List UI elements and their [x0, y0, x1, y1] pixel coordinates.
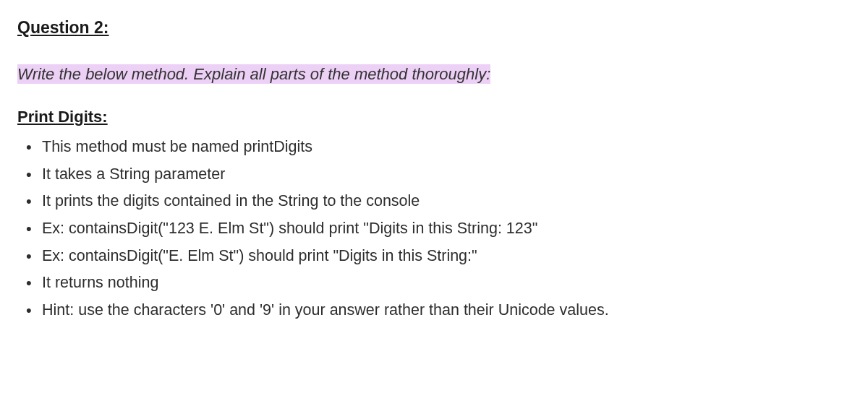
list-item: It prints the digits contained in the St…: [22, 188, 851, 215]
bullet-list: This method must be named printDigits It…: [17, 134, 851, 324]
list-item: It returns nothing: [22, 269, 851, 297]
list-item: Ex: containsDigit("E. Elm St") should pr…: [22, 243, 851, 270]
instruction-wrapper: Write the below method. Explain all part…: [17, 61, 851, 87]
list-item: This method must be named printDigits: [22, 134, 851, 161]
instruction-text: Write the below method. Explain all part…: [17, 64, 490, 84]
section-title: Print Digits:: [17, 104, 851, 129]
list-item: Hint: use the characters '0' and '9' in …: [22, 297, 851, 324]
list-item: It takes a String parameter: [22, 161, 851, 189]
list-item: Ex: containsDigit("123 E. Elm St") shoul…: [22, 215, 851, 243]
question-title: Question 2:: [17, 14, 851, 41]
